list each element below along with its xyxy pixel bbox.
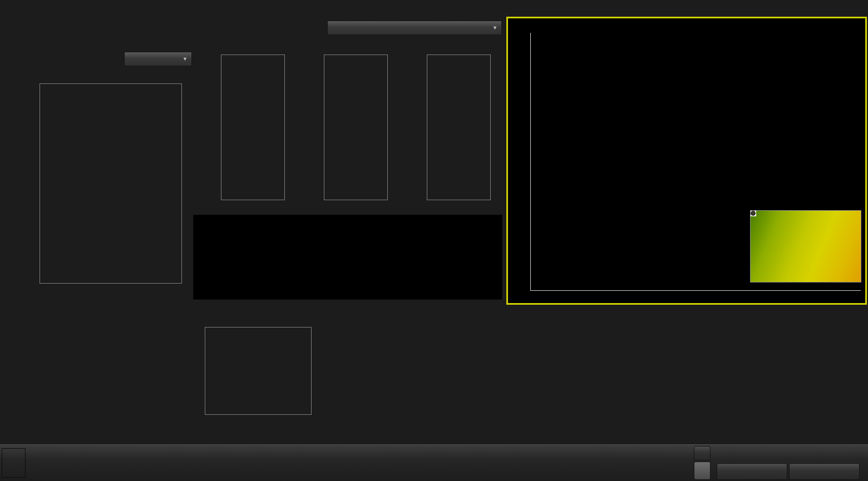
levels-dropdown[interactable]: ▼ <box>327 21 502 35</box>
x-axis-labels <box>40 286 182 294</box>
bottom-bar <box>0 444 868 481</box>
plot-area <box>427 54 491 200</box>
delta-l-chart <box>204 43 289 211</box>
cie-diagram-panel <box>506 17 867 305</box>
saturation-swatch-strip <box>193 215 502 300</box>
plot-area <box>324 54 388 200</box>
delta-h-chart <box>410 43 495 211</box>
plot-area <box>221 54 285 200</box>
next-button[interactable] <box>789 463 860 480</box>
patch-yellow-area <box>2 468 25 477</box>
delta-c-chart <box>307 43 392 211</box>
application-window: ▼ ▼ <box>0 0 868 481</box>
chevron-down-icon: ▼ <box>492 25 497 31</box>
current-patch-button[interactable] <box>694 462 711 480</box>
cie-zoom-inset <box>750 210 861 282</box>
measurement-marker-icon <box>751 211 756 216</box>
deltae2000-chart <box>18 71 185 302</box>
rgb-balance-chart <box>183 315 317 433</box>
back-button[interactable] <box>717 463 787 480</box>
panel-up-button[interactable] <box>694 446 711 460</box>
chevron-down-icon: ▼ <box>183 56 188 62</box>
swatch-columns <box>194 215 502 299</box>
current-patch-preview <box>2 448 26 478</box>
y-axis-labels <box>18 71 38 302</box>
patch-white-area <box>2 449 25 468</box>
plot-area <box>40 83 182 284</box>
plot-area <box>205 327 312 415</box>
de-formula-dropdown[interactable]: ▼ <box>124 52 192 66</box>
